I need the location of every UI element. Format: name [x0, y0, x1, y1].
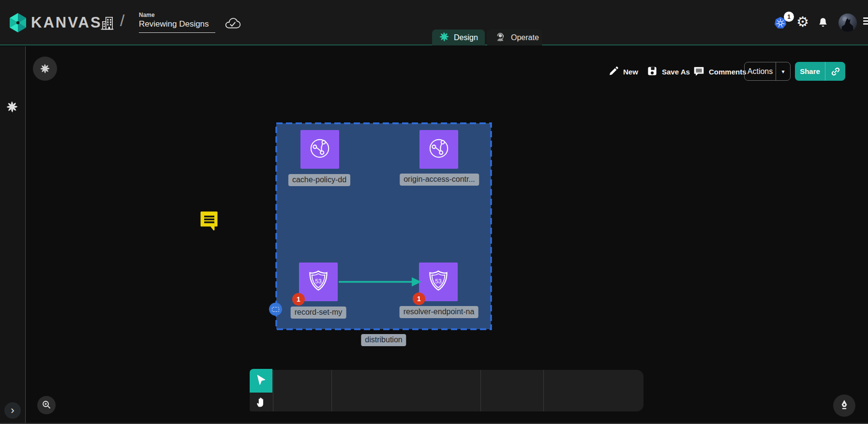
kanvas-logo-icon	[7, 12, 29, 36]
tab-design-label: Design	[454, 33, 478, 42]
comment-bubble-icon	[693, 65, 705, 78]
tab-operate[interactable]: Operate	[487, 29, 542, 45]
pen-nib-icon	[838, 399, 851, 413]
group-select-handle[interactable]	[269, 303, 282, 316]
node-origin-access[interactable]	[419, 130, 458, 169]
group-label-distribution: distribution	[361, 334, 406, 346]
kubernetes-count-badge: 1	[784, 12, 794, 22]
kubernetes-status-button[interactable]: 1	[773, 15, 788, 30]
svg-text:53: 53	[435, 278, 442, 285]
node-label-resolver-endpoint: resolver-endpoint-na	[400, 306, 479, 318]
topbar: KANVAS / Name	[0, 0, 868, 45]
breadcrumb-separator: /	[120, 11, 124, 30]
notifications-bell-icon[interactable]	[817, 15, 829, 31]
floppy-disk-icon	[646, 65, 658, 78]
canvas-comment-marker[interactable]	[197, 208, 221, 233]
node-label-origin-access: origin-access-contr...	[400, 174, 479, 186]
actions-dropdown-label: Actions	[745, 62, 776, 80]
new-button-label: New	[623, 68, 638, 76]
hand-icon	[254, 395, 268, 410]
copy-link-icon[interactable]	[825, 62, 845, 81]
node-record-set[interactable]: 53	[299, 263, 338, 301]
cursor-arrow-icon	[255, 374, 268, 388]
record-set-count-badge: 1	[292, 293, 305, 306]
new-button[interactable]: New	[608, 63, 638, 80]
node-resolver-endpoint[interactable]: 53	[419, 263, 458, 301]
pencil-icon	[608, 65, 619, 78]
pen-mode-button[interactable]	[833, 395, 855, 417]
app-window: KANVAS / Name	[0, 0, 868, 424]
comments-button-label: Comments	[709, 68, 747, 76]
resolver-endpoint-count-badge: 1	[413, 292, 425, 305]
cloudfront-globe-icon	[307, 135, 333, 163]
cloud-sync-icon	[224, 15, 242, 32]
share-button-label: Share	[795, 62, 825, 81]
node-label-cache-policy: cache-policy-dd	[288, 174, 350, 186]
comments-button[interactable]: Comments	[693, 63, 747, 80]
left-sidebar: ›	[0, 46, 26, 424]
route53-shield-icon: 53	[305, 268, 331, 296]
settings-gear-icon[interactable]: ⚙	[796, 15, 809, 29]
route53-shield-icon: 53	[425, 268, 451, 296]
tab-operate-label: Operate	[511, 33, 539, 42]
save-as-button-label: Save As	[662, 68, 690, 76]
sidebar-spiral-icon[interactable]	[6, 101, 18, 115]
design-name-label: Name	[139, 12, 155, 18]
user-avatar[interactable]	[838, 14, 857, 32]
caret-down-icon[interactable]: ▾	[776, 62, 790, 80]
tab-design[interactable]: Design	[432, 29, 485, 45]
share-button[interactable]: Share	[795, 62, 845, 81]
app-logo-text: KANVAS	[31, 14, 102, 31]
organization-building-icon[interactable]	[98, 14, 116, 33]
operator-headset-icon	[494, 30, 507, 45]
svg-text:53: 53	[315, 278, 322, 285]
select-tool[interactable]	[250, 369, 272, 393]
design-spiral-icon	[439, 31, 449, 44]
actions-dropdown-button[interactable]: Actions ▾	[744, 62, 791, 81]
connector-arrow	[336, 275, 423, 291]
sidebar-expand-chevron[interactable]: ›	[4, 402, 21, 419]
save-as-button[interactable]: Save As	[646, 63, 690, 80]
tool-palette	[250, 370, 644, 411]
zoom-in-button[interactable]	[37, 396, 56, 414]
node-cache-policy[interactable]	[300, 130, 339, 169]
node-label-record-set: record-set-my	[291, 307, 346, 319]
dashed-rect-icon	[272, 307, 279, 312]
cloudfront-globe-icon	[426, 135, 452, 163]
canvas-flower-button[interactable]	[33, 57, 57, 81]
hand-tool[interactable]	[254, 393, 268, 412]
magnifier-plus-icon	[41, 399, 52, 412]
overflow-menu-icon[interactable]	[863, 17, 868, 26]
design-name-input[interactable]	[139, 19, 215, 33]
